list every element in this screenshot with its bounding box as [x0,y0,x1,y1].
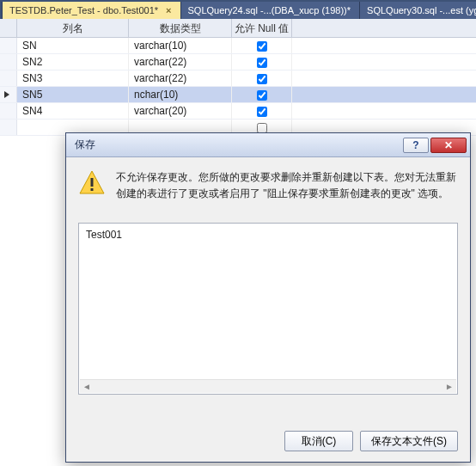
tab-label: TESTDB.Peter_Test - dbo.Test001* [9,5,158,15]
cell-data-type[interactable]: varchar(20) [129,103,232,119]
cell-allow-null[interactable] [232,87,292,102]
cell-column-name[interactable]: SN3 [17,71,129,86]
cell-data-type[interactable]: varchar(22) [129,71,232,86]
cell-allow-null[interactable] [232,38,292,53]
cell-column-name[interactable]: SN2 [17,54,129,70]
save-text-file-button[interactable]: 保存文本文件(S) [360,431,458,451]
row-selector[interactable] [0,54,17,70]
cell-allow-null[interactable] [232,54,292,70]
affected-tables-list[interactable]: Test001 ◄ ► [78,223,458,395]
grid-body: SNvarchar(10)SN2varchar(22)SN3varchar(22… [0,38,476,136]
allow-null-checkbox[interactable] [257,74,267,84]
scroll-left-icon[interactable]: ◄ [80,382,94,391]
svg-rect-2 [91,188,94,191]
allow-null-checkbox[interactable] [257,90,267,101]
tab-label: SQLQuery24.sql -...(DBA_xucp (198))* [188,5,351,15]
tab-sqlquery24[interactable]: SQLQuery24.sql -...(DBA_xucp (198))* [181,2,361,19]
table-row[interactable]: SNvarchar(10) [0,38,476,54]
row-selector[interactable] [0,71,17,86]
cell-column-name[interactable]: SN4 [17,103,129,119]
allow-null-checkbox[interactable] [257,58,267,68]
scroll-right-icon[interactable]: ► [442,382,456,391]
cancel-button[interactable]: 取消(C) [284,431,353,451]
cell-allow-null[interactable] [232,71,292,86]
list-item[interactable]: Test001 [86,229,450,241]
tab-testdb[interactable]: TESTDB.Peter_Test - dbo.Test001* × [3,2,181,19]
table-row[interactable]: SN5nchar(10) [0,87,476,103]
row-selector[interactable] [0,38,17,53]
cell-data-type[interactable]: varchar(22) [129,54,232,70]
row-selector[interactable] [0,87,17,102]
dialog-body: 不允许保存更改。您所做的更改要求删除并重新创建以下表。您对无法重新创建的表进行了… [66,157,470,403]
allow-null-checkbox[interactable] [257,41,267,52]
document-tab-bar: TESTDB.Peter_Test - dbo.Test001* × SQLQu… [0,0,476,19]
cell-column-name[interactable]: SN5 [17,87,129,102]
row-selector-header [0,19,17,37]
cell-data-type[interactable]: nchar(10) [129,87,232,102]
help-button[interactable]: ? [403,138,429,153]
column-header-name[interactable]: 列名 [17,19,129,37]
tab-label: SQLQuery30.sql -...est (ygtest (2 [367,5,476,15]
table-row[interactable]: SN2varchar(22) [0,54,476,71]
close-button[interactable]: ✕ [430,138,467,153]
dialog-message: 不允许保存更改。您所做的更改要求删除并重新创建以下表。您对无法重新创建的表进行了… [116,169,458,202]
close-icon[interactable]: × [166,5,171,15]
table-designer-grid: 列名 数据类型 允许 Null 值 SNvarchar(10)SN2varcha… [0,19,476,136]
column-header-type[interactable]: 数据类型 [129,19,232,37]
dialog-title: 保存 [75,138,401,152]
tab-sqlquery30[interactable]: SQLQuery30.sql -...est (ygtest (2 [360,2,476,19]
close-icon: ✕ [444,139,453,151]
cell-column-name[interactable]: SN [17,38,129,53]
column-header-null[interactable]: 允许 Null 值 [232,19,292,37]
svg-rect-1 [91,178,94,187]
table-row[interactable]: SN4varchar(20) [0,103,476,120]
cell-allow-null[interactable] [232,103,292,119]
table-row[interactable]: SN3varchar(22) [0,71,476,87]
row-selector[interactable] [0,103,17,119]
grid-header-row: 列名 数据类型 允许 Null 值 [0,19,476,38]
dialog-titlebar[interactable]: 保存 ? ✕ [66,133,470,157]
cell-data-type[interactable]: varchar(10) [129,38,232,53]
dialog-button-row: 取消(C) 保存文本文件(S) [284,431,458,451]
allow-null-checkbox[interactable] [257,107,267,117]
warning-icon [78,169,106,197]
horizontal-scrollbar[interactable]: ◄ ► [80,379,456,393]
save-dialog: 保存 ? ✕ 不允许保存更改。您所做的更改要求删除并重新创建以下表。您对无法重新… [65,132,471,463]
row-selector[interactable] [0,120,17,135]
